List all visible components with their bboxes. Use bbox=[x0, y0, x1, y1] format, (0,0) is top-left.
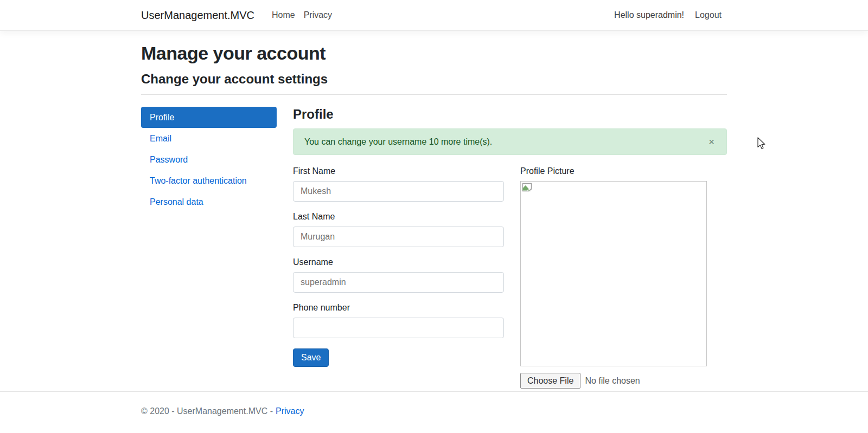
phone-number-field[interactable] bbox=[293, 318, 504, 338]
status-alert-message: You can change your username 10 more tim… bbox=[304, 137, 492, 147]
app-brand[interactable]: UserManagement.MVC bbox=[141, 9, 254, 22]
header-divider bbox=[141, 94, 727, 95]
file-status-text: No file chosen bbox=[585, 376, 640, 386]
nav-link-privacy[interactable]: Privacy bbox=[299, 6, 336, 24]
footer-privacy-link[interactable]: Privacy bbox=[276, 406, 304, 416]
profile-form: First Name Last Name Username Phone bbox=[293, 166, 504, 389]
file-input: Choose File No file chosen bbox=[520, 373, 727, 389]
profile-section: Profile You can change your username 10 … bbox=[293, 107, 727, 389]
copyright-text: © 2020 - UserManagement.MVC - bbox=[141, 406, 273, 416]
last-name-field[interactable] bbox=[293, 227, 504, 247]
account-sidebar: Profile Email Password Two-factor authen… bbox=[141, 107, 277, 389]
sidebar-item-personal-data[interactable]: Personal data bbox=[141, 191, 277, 212]
profile-picture-panel: Profile Picture Choose File bbox=[520, 166, 727, 389]
sidebar-item-email[interactable]: Email bbox=[141, 128, 277, 149]
sidebar-item-two-factor[interactable]: Two-factor authentication bbox=[141, 170, 277, 191]
page-subtitle: Change your account settings bbox=[141, 72, 727, 87]
choose-file-button[interactable]: Choose File bbox=[520, 373, 580, 389]
section-title: Profile bbox=[293, 107, 727, 122]
first-name-field[interactable] bbox=[293, 181, 504, 202]
nav-link-home[interactable]: Home bbox=[267, 6, 299, 24]
first-name-label: First Name bbox=[293, 166, 504, 176]
sidebar-item-profile[interactable]: Profile bbox=[141, 107, 277, 128]
phone-number-label: Phone number bbox=[293, 303, 504, 313]
top-navbar: UserManagement.MVC Home Privacy Hello su… bbox=[0, 0, 868, 31]
status-alert: You can change your username 10 more tim… bbox=[293, 128, 727, 155]
profile-picture-label: Profile Picture bbox=[520, 166, 727, 176]
page-footer: © 2020 - UserManagement.MVC -Privacy bbox=[0, 391, 868, 433]
navbar-right: Hello superadmin! Logout bbox=[609, 6, 727, 24]
username-field[interactable] bbox=[293, 272, 504, 293]
username-label: Username bbox=[293, 257, 504, 267]
user-greeting-link[interactable]: Hello superadmin! bbox=[609, 6, 690, 24]
page-main: Manage your account Change your account … bbox=[0, 31, 868, 391]
last-name-label: Last Name bbox=[293, 212, 504, 222]
save-button[interactable]: Save bbox=[293, 348, 329, 367]
profile-picture-frame bbox=[520, 181, 707, 366]
sidebar-item-password[interactable]: Password bbox=[141, 149, 277, 170]
broken-image-icon bbox=[522, 183, 532, 192]
page-title: Manage your account bbox=[141, 43, 727, 64]
alert-close-button[interactable]: × bbox=[707, 137, 716, 147]
logout-button[interactable]: Logout bbox=[690, 6, 727, 24]
